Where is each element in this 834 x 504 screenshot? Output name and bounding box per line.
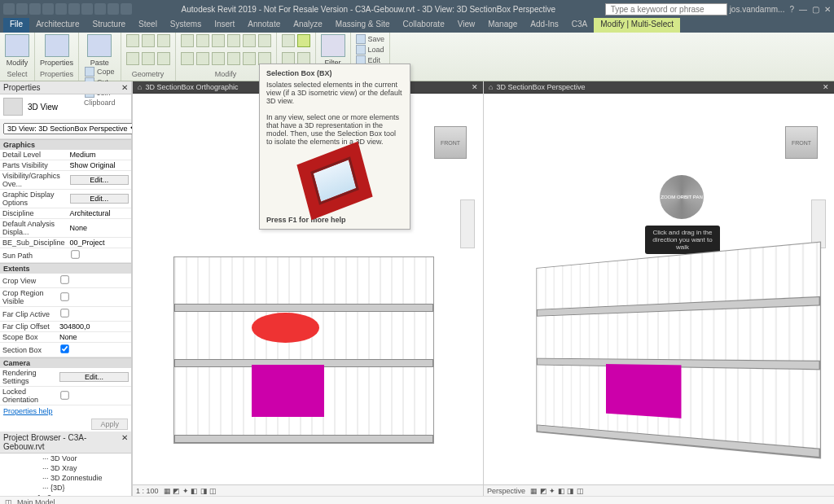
modify-tool[interactable] — [196, 34, 209, 47]
close-view-icon[interactable]: ✕ — [823, 83, 829, 91]
ribbon-tab[interactable]: Add-Ins — [524, 18, 564, 33]
property-value[interactable]: None — [68, 219, 131, 238]
property-value[interactable] — [57, 307, 131, 322]
close-browser-icon[interactable]: ✕ — [121, 433, 128, 451]
properties-button[interactable]: Properties — [40, 34, 73, 67]
project-browser-title: Project Browser - C3A-Gebouw.rvt — [3, 433, 121, 451]
ribbon-tab[interactable]: Structure — [86, 18, 132, 33]
geom-tool[interactable] — [157, 34, 170, 47]
property-value[interactable] — [57, 274, 131, 288]
help-icon[interactable]: ? — [789, 5, 794, 14]
property-value[interactable]: 304800,0 — [57, 322, 131, 332]
project-browser-tree[interactable]: ··· 3D Voor··· 3D Xray··· 3D Zonnestudie… — [0, 454, 131, 496]
scale-control[interactable]: Perspective — [487, 487, 525, 495]
property-value[interactable]: Edit... — [57, 368, 131, 387]
property-value[interactable]: Architectural — [68, 208, 131, 219]
modify-tool[interactable] — [227, 52, 240, 65]
modify-tool[interactable] — [243, 34, 256, 47]
modify-tool[interactable] — [181, 34, 194, 47]
search-input[interactable] — [605, 3, 727, 15]
modify-tool[interactable] — [258, 34, 271, 47]
properties-help-link[interactable]: Properties help — [0, 405, 131, 417]
view-tab-left[interactable]: 3D SectionBox Orthographic — [145, 83, 238, 91]
view-tool[interactable] — [282, 34, 295, 47]
scale-control[interactable]: 1 : 100 — [136, 487, 159, 495]
ribbon-tab[interactable]: Manage — [481, 18, 524, 33]
apply-button[interactable]: Apply — [91, 419, 128, 430]
selection-box-button[interactable] — [297, 34, 310, 47]
browser-node[interactable]: ··· 3D Zonnestudie — [0, 473, 131, 483]
ribbon-tab[interactable]: Analyze — [287, 18, 329, 33]
properties-filter[interactable]: 3D View: 3D SectionBox Perspective — [3, 123, 142, 134]
ribbon-tab[interactable]: Systems — [164, 18, 208, 33]
close-properties-icon[interactable]: ✕ — [121, 83, 128, 92]
view-control-icons[interactable]: ▦ ◩ ✦ ◧ ◨ ◫ — [530, 487, 584, 495]
modify-tool[interactable] — [212, 34, 225, 47]
properties-palette-title: Properties — [3, 83, 41, 92]
property-value[interactable] — [57, 288, 131, 307]
maximize-icon[interactable]: ▢ — [812, 5, 819, 14]
worksets-icon[interactable]: ◫ — [5, 498, 12, 505]
ribbon-tab[interactable]: Modify | Multi-Select — [594, 18, 680, 33]
save-selection-button[interactable]: Save — [356, 34, 385, 44]
geom-tool[interactable] — [126, 52, 139, 65]
property-value[interactable] — [68, 248, 131, 263]
property-value[interactable]: Edit... — [68, 171, 131, 190]
ribbon: Modify Select Properties Properties Past… — [0, 33, 834, 81]
modify-tool[interactable] — [196, 52, 209, 65]
browser-node[interactable]: ··· 3D Voor — [0, 454, 131, 463]
ribbon-tab[interactable]: View — [451, 18, 482, 33]
browser-node[interactable]: ··· {3D} — [0, 483, 131, 493]
load-selection-button[interactable]: Load — [356, 45, 385, 55]
ribbon-tab[interactable]: File — [3, 18, 29, 33]
modify-tool[interactable] — [243, 52, 256, 65]
property-value[interactable]: None — [57, 332, 131, 343]
filter-button[interactable]: Filter — [321, 34, 345, 67]
viewcube[interactable]: FRONT — [434, 126, 467, 159]
view-control-icons[interactable]: ▦ ◩ ✦ ◧ ◨ ◫ — [164, 487, 217, 495]
property-value[interactable]: Edit... — [68, 190, 131, 208]
steering-wheel[interactable]: ZOOM ORBIT PAN — [660, 175, 704, 219]
type-selector[interactable]: 3D View — [28, 103, 58, 112]
modify-tool[interactable] — [227, 34, 240, 47]
modify-tool[interactable] — [181, 52, 194, 65]
view-tab-right[interactable]: 3D SectionBox Perspective — [496, 83, 585, 91]
geom-tool[interactable] — [142, 34, 155, 47]
property-value[interactable]: 00_Project — [68, 238, 131, 248]
modify-tool[interactable] — [212, 52, 225, 65]
property-value[interactable]: Medium — [68, 150, 131, 160]
property-value[interactable] — [57, 343, 131, 357]
ribbon-tab[interactable]: Annotate — [241, 18, 287, 33]
navigation-bar[interactable] — [460, 199, 475, 248]
property-name: Visibility/Graphics Ove... — [0, 171, 68, 190]
geom-tool[interactable] — [126, 34, 139, 47]
property-row: Crop View — [0, 274, 131, 288]
model-worksets[interactable]: Main Model — [17, 498, 55, 505]
close-view-icon[interactable]: ✕ — [472, 83, 478, 91]
geom-tool[interactable] — [142, 52, 155, 65]
ribbon-tab[interactable]: Insert — [208, 18, 241, 33]
cope-button[interactable]: Cope — [85, 67, 115, 77]
quick-access-toolbar[interactable] — [3, 3, 132, 15]
user-name[interactable]: jos.vandamm... — [730, 5, 785, 14]
ribbon-tab[interactable]: Architecture — [29, 18, 86, 33]
ribbon-tab[interactable]: C3A — [565, 18, 594, 33]
close-icon[interactable]: ✕ — [824, 5, 831, 14]
drawing-area-right[interactable]: FRONT ZOOM ORBIT PAN Click and drag in t… — [484, 94, 834, 484]
property-value[interactable]: Show Original — [68, 160, 131, 171]
viewcube[interactable]: FRONT — [785, 126, 818, 159]
minimize-icon[interactable]: — — [799, 5, 807, 14]
ribbon-tab[interactable]: Steel — [132, 18, 164, 33]
property-value[interactable] — [57, 387, 131, 405]
ribbon-tab[interactable]: Massing & Site — [329, 18, 397, 33]
home-icon[interactable]: ⌂ — [138, 83, 142, 91]
modify-button[interactable]: Modify — [5, 34, 29, 67]
property-name: Discipline — [0, 208, 68, 219]
paste-button[interactable]: Paste — [87, 34, 112, 67]
ribbon-tab[interactable]: Collaborate — [397, 18, 451, 33]
property-row: Rendering SettingsEdit... — [0, 368, 131, 387]
browser-node[interactable]: - 1 : 0 — [0, 493, 131, 496]
browser-node[interactable]: ··· 3D Xray — [0, 463, 131, 473]
geom-tool[interactable] — [157, 52, 170, 65]
home-icon[interactable]: ⌂ — [489, 83, 493, 91]
